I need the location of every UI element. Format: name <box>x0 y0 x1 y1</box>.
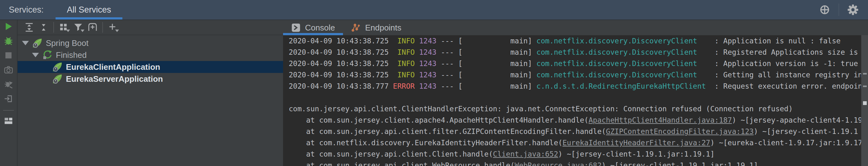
collapse-all-icon[interactable] <box>36 21 51 34</box>
tree-item-label: Finished <box>56 50 87 60</box>
dropdown-caret <box>81 30 85 32</box>
console-text-segment: 2020-04-09 10:43:38.725 <box>289 48 393 56</box>
toolbar-divider <box>3 110 14 111</box>
endpoints-icon <box>351 23 361 32</box>
console-text-segment: 2020-04-09 10:43:38.725 <box>289 59 393 67</box>
thread-dump-camera-icon[interactable] <box>2 65 15 75</box>
console-scrollbar[interactable] <box>861 35 868 166</box>
console-text-segment: INFO <box>393 48 414 56</box>
console-output: 2020-04-09 10:43:38.725 INFO 1243 --- [ … <box>283 35 868 166</box>
console-text-segment: --- [ main] <box>436 82 537 90</box>
toolbar-divider <box>53 22 54 33</box>
console-text-segment: ) ~[jersey-client-1.19.1.jar:1.19.1] <box>558 150 715 158</box>
console-text-segment: --- [ main] <box>436 48 537 56</box>
scrollbar-mark <box>863 73 867 75</box>
target-icon[interactable] <box>818 3 832 17</box>
console-text-segment: --- [ main] <box>436 71 537 79</box>
console-text-segment: com.netflix.discovery.DiscoveryClient <box>536 59 697 67</box>
console-line: at com.netflix.discovery.EurekaIdentityH… <box>289 137 868 148</box>
console-text-segment: ) ~[jersey-client-1.19.1 <box>754 127 858 136</box>
stacktrace-link[interactable]: EurekaIdentityHeaderFilter.java:27 <box>562 139 710 147</box>
console-text-segment <box>415 48 419 56</box>
console-text-segment: : Application version is -1: true <box>697 59 858 67</box>
run-icon[interactable] <box>2 21 15 31</box>
console-text-segment: 1243 <box>419 82 436 90</box>
services-header: Services: All Services <box>0 0 868 20</box>
expand-all-icon[interactable] <box>22 21 36 34</box>
console-text-segment: 2020-04-09 10:43:38.777 <box>289 82 393 90</box>
console-text-segment: c.n.d.s.t.d.RedirectingEurekaHttpClient <box>536 82 706 90</box>
console-text-segment: com.netflix.discovery.DiscoveryClient <box>536 71 697 79</box>
services-layout-icon[interactable] <box>2 116 15 126</box>
stop-icon[interactable] <box>2 50 15 60</box>
tree-item-finished[interactable]: Finished <box>18 49 283 61</box>
group-by-icon[interactable] <box>57 21 71 34</box>
stacktrace-link[interactable]: ApacheHttpClient4Handler.java:187 <box>588 116 732 124</box>
console-line: 2020-04-09 10:43:38.725 INFO 1243 --- [ … <box>289 35 868 47</box>
console-line: 2020-04-09 10:43:38.725 INFO 1243 --- [ … <box>289 47 868 58</box>
console-text-segment: ) ~[jersey-apache-client4-1.19 <box>732 116 862 124</box>
add-pattern-icon[interactable] <box>85 21 100 34</box>
console-text-segment: at com.sun.jersey.api.client.filter.GZIP… <box>289 127 606 136</box>
console-text-segment <box>415 59 419 67</box>
tab-all-services[interactable]: All Services <box>56 0 122 20</box>
tab-endpoints-label: Endpoints <box>365 23 401 33</box>
console-line: com.sun.jersey.api.client.ClientHandlerE… <box>289 103 868 114</box>
chevron-down-icon[interactable] <box>22 41 29 45</box>
rerun-finished-icon <box>42 50 53 60</box>
console-text-segment: ) ~[eureka-client-1.9.17.jar:1.9.17] <box>710 139 867 147</box>
console-line: at com.sun.jersey.api.client.Client.hand… <box>289 148 868 160</box>
stacktrace-link[interactable]: WebResource.java:682 <box>515 161 601 166</box>
dropdown-caret <box>115 30 119 32</box>
tab-endpoints[interactable]: Endpoints <box>343 20 409 35</box>
open-in-icon[interactable] <box>2 94 15 104</box>
console-text-segment: : Application is null : false <box>697 37 841 45</box>
spring-application-icon <box>52 62 63 72</box>
console-text-segment: --- [ main] <box>436 59 537 67</box>
terminal-icon <box>291 23 301 32</box>
spring-application-icon <box>52 74 63 84</box>
console-line: at com.sun.jersey.api.client.WebResource… <box>289 160 868 166</box>
tree-item-eureka-server[interactable]: EurekaServerApplication <box>18 73 283 85</box>
services-tree-panel: Spring Boot Finished <box>18 20 283 166</box>
rerun-failed-tests-icon[interactable] <box>2 79 15 89</box>
toolbar-divider <box>102 22 103 33</box>
tree-item-spring-boot[interactable]: Spring Boot <box>18 37 283 49</box>
tree-item-label: Spring Boot <box>46 38 89 48</box>
console-text-segment: at com.netflix.discovery.EurekaIdentityH… <box>289 139 562 147</box>
console-text-segment: com.netflix.discovery.DiscoveryClient <box>536 37 697 45</box>
console-text-segment: ERROR <box>393 82 414 90</box>
run-toolbar <box>0 20 18 166</box>
tab-console[interactable]: Console <box>283 20 343 35</box>
filter-icon[interactable] <box>71 21 85 34</box>
console-text-segment: 1243 <box>419 37 436 45</box>
add-service-icon[interactable] <box>105 21 120 34</box>
console-tab-bar: Console Endpoints <box>283 20 868 35</box>
console-line: 2020-04-09 10:43:38.725 INFO 1243 --- [ … <box>289 58 868 69</box>
console-line: 2020-04-09 10:43:38.725 INFO 1243 --- [ … <box>289 69 868 81</box>
console-text-segment <box>415 82 419 90</box>
tree-item-eureka-client[interactable]: EurekaClientApplication <box>18 61 283 73</box>
console-text-segment: : Request execution error. endpoin <box>706 82 862 90</box>
console-text-segment: 2020-04-09 10:43:38.725 <box>289 37 393 45</box>
console-line: at com.sun.jersey.client.apache4.ApacheH… <box>289 114 868 126</box>
console-text-segment: 1243 <box>419 59 436 67</box>
console-text-segment <box>415 37 419 45</box>
console-line: at com.sun.jersey.api.client.filter.GZIP… <box>289 126 868 137</box>
console-text-segment: at com.sun.jersey.client.apache4.ApacheH… <box>289 116 588 124</box>
console-text-segment: com.netflix.discovery.DiscoveryClient <box>536 48 697 56</box>
tree-item-label: EurekaClientApplication <box>66 62 160 72</box>
header-icon-divider <box>838 3 839 16</box>
console-panel: Console Endpoints <box>283 20 868 166</box>
debug-icon[interactable] <box>2 36 15 46</box>
active-tab-underline <box>283 33 343 35</box>
stacktrace-link[interactable]: Client.java:652 <box>493 150 558 158</box>
console-text-segment <box>415 71 419 79</box>
tab-console-label: Console <box>305 23 335 33</box>
gear-icon[interactable] <box>846 3 860 17</box>
scrollbar-mark <box>863 85 867 87</box>
stacktrace-link[interactable]: GZIPContentEncodingFilter.java:123 <box>606 127 754 136</box>
chevron-down-icon[interactable] <box>32 53 39 57</box>
active-tab-underline <box>56 17 122 20</box>
tree-item-label: EurekaServerApplication <box>66 74 163 84</box>
